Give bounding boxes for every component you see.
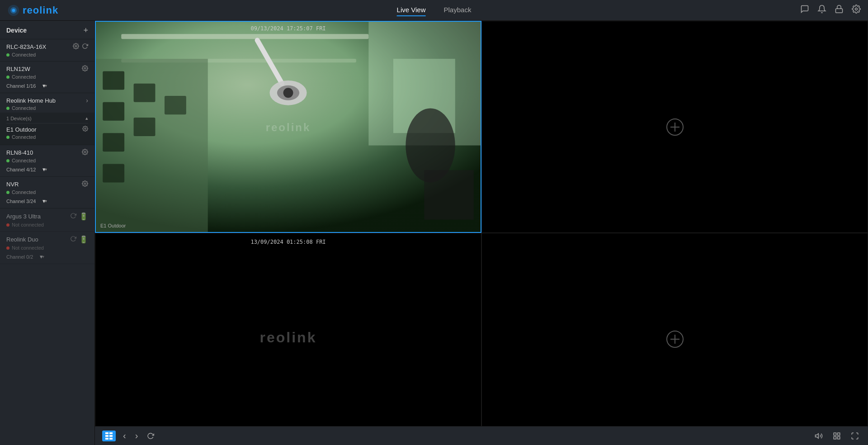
- device-row: RLC-823A-16X: [6, 43, 88, 51]
- channel-select-row: Channel 3/24 Channel 1/24 ▾: [6, 198, 88, 204]
- svg-rect-39: [109, 435, 113, 437]
- video-cell-bl[interactable]: 13/09/2024 01:25:08 FRI reolink RLC-823A…: [95, 233, 481, 445]
- settings-gear-icon[interactable]: [82, 180, 88, 188]
- device-name[interactable]: Argus 3 Ultra: [6, 213, 41, 220]
- status-text: Not connected: [12, 245, 44, 251]
- sub-device-count: 1 Device(s) ▴: [6, 115, 88, 121]
- svg-rect-12: [121, 34, 368, 39]
- channel-select[interactable]: Channel 1/16 Channel 2/16: [6, 83, 42, 89]
- svg-point-8: [84, 151, 86, 153]
- status-row: Connected: [6, 189, 88, 195]
- device-update-icon[interactable]: [82, 43, 88, 51]
- add-camera-icon: [666, 118, 684, 136]
- camera-feed-svg: [96, 22, 481, 232]
- video-cell-br[interactable]: [481, 233, 868, 445]
- svg-rect-45: [838, 436, 840, 439]
- settings-icon[interactable]: [852, 5, 861, 16]
- device-name[interactable]: RLC-823A-16X: [6, 43, 46, 50]
- header: reolink Live View Playback: [0, 0, 868, 21]
- grid-view-button[interactable]: [102, 431, 116, 441]
- device-item-argus3ultra: Argus 3 Ultra 🔋 Not connected: [0, 208, 94, 232]
- sub-device-row: E1 Outdoor: [6, 126, 88, 133]
- refresh-button[interactable]: [145, 431, 156, 441]
- video-label-tl: E1 Outdoor: [100, 223, 126, 228]
- main-content: Device + RLC-823A-16X: [0, 21, 868, 445]
- settings-gear-icon[interactable]: [82, 149, 88, 156]
- status-row: Connected: [6, 158, 88, 163]
- sub-devices: 1 Device(s) ▴ E1 Outdoor: [0, 113, 94, 145]
- video-cell-tr[interactable]: [481, 21, 868, 233]
- reolink-logo-icon: [7, 4, 20, 17]
- volume-button[interactable]: [813, 430, 825, 442]
- svg-rect-21: [165, 96, 186, 114]
- channel-select-wrapper: Channel 0/2 ▾: [6, 253, 44, 260]
- settings-gear-icon[interactable]: [82, 65, 88, 73]
- device-row: RLN8-410: [6, 149, 88, 156]
- device-row: NVR: [6, 180, 88, 188]
- device-name[interactable]: NVR: [6, 181, 19, 188]
- svg-rect-20: [134, 118, 156, 136]
- device-icons: [73, 43, 88, 51]
- prev-button[interactable]: ‹: [121, 429, 128, 443]
- status-dot: [6, 136, 9, 139]
- status-text: Connected: [12, 105, 36, 111]
- svg-rect-36: [105, 432, 108, 434]
- logo-text: reolink: [23, 5, 58, 16]
- next-button[interactable]: ›: [133, 429, 140, 443]
- refresh-icon[interactable]: [70, 213, 76, 220]
- device-name[interactable]: Reolink Duo: [6, 236, 38, 243]
- svg-rect-37: [109, 432, 113, 434]
- chat-icon[interactable]: [800, 5, 809, 16]
- device-name[interactable]: Reolink Home Hub: [6, 97, 56, 104]
- channel-select[interactable]: Channel 3/24 Channel 1/24: [6, 199, 42, 204]
- main-nav: Live View Playback: [397, 4, 472, 16]
- status-row: Connected: [6, 105, 88, 111]
- video-cell-tl[interactable]: 09/13/2024 17:25:07 FRI reolink E1 Outdo…: [95, 21, 481, 233]
- expand-arrow-icon[interactable]: ›: [86, 97, 88, 104]
- status-dot: [6, 191, 9, 194]
- device-name[interactable]: RLN8-410: [6, 149, 33, 156]
- device-name[interactable]: RLN12W: [6, 66, 30, 72]
- device-icons: 🔋: [70, 212, 88, 221]
- battery-icon: 🔋: [79, 212, 88, 221]
- status-row: Connected: [6, 134, 88, 140]
- status-row: Connected: [6, 74, 88, 80]
- channel-select[interactable]: Channel 4/12 Channel 1/12: [6, 167, 42, 172]
- account-icon[interactable]: [835, 5, 844, 16]
- fullscreen-button[interactable]: [849, 430, 861, 442]
- layout-button[interactable]: [831, 430, 843, 442]
- svg-point-2: [12, 9, 15, 12]
- device-icons: [82, 126, 88, 133]
- svg-rect-29: [424, 170, 473, 219]
- svg-point-9: [84, 183, 86, 185]
- video-watermark-bl: reolink: [260, 329, 317, 346]
- bottom-right-controls: [813, 430, 861, 442]
- bottom-bar: ‹ ›: [95, 426, 868, 445]
- refresh-icon[interactable]: [70, 236, 76, 243]
- nav-playback[interactable]: Playback: [444, 4, 472, 16]
- device-item-reolinkduo: Reolink Duo 🔋 Not connected: [0, 232, 94, 264]
- settings-gear-icon[interactable]: [73, 43, 79, 51]
- svg-rect-46: [834, 436, 836, 439]
- device-header: Device +: [0, 21, 94, 39]
- notifications-icon[interactable]: [817, 5, 826, 16]
- nav-live-view[interactable]: Live View: [397, 4, 426, 16]
- header-actions: [800, 5, 861, 16]
- logo: reolink: [7, 4, 58, 17]
- status-text: Connected: [12, 74, 36, 80]
- device-header-title: Device: [6, 27, 27, 34]
- svg-point-7: [85, 128, 86, 129]
- add-device-button[interactable]: +: [83, 26, 88, 34]
- video-timestamp-bl: 13/09/2024 01:25:08 FRI: [250, 239, 326, 245]
- device-item-nvr: NVR Connected Channel 3/24: [0, 177, 94, 208]
- battery-icon: 🔋: [79, 235, 88, 244]
- svg-rect-40: [105, 438, 108, 440]
- device-item-rln12w: RLN12W Connected Channel 1/: [0, 62, 94, 93]
- settings-gear-icon[interactable]: [82, 126, 88, 133]
- device-item-homehub: Reolink Home Hub › Connected 1 Device(s)…: [0, 93, 94, 145]
- collapse-icon[interactable]: ▴: [85, 115, 88, 121]
- channel-select[interactable]: Channel 0/2: [6, 254, 40, 260]
- status-text: Connected: [12, 134, 36, 140]
- sub-device-name[interactable]: E1 Outdoor: [6, 126, 37, 133]
- status-dot: [6, 159, 9, 162]
